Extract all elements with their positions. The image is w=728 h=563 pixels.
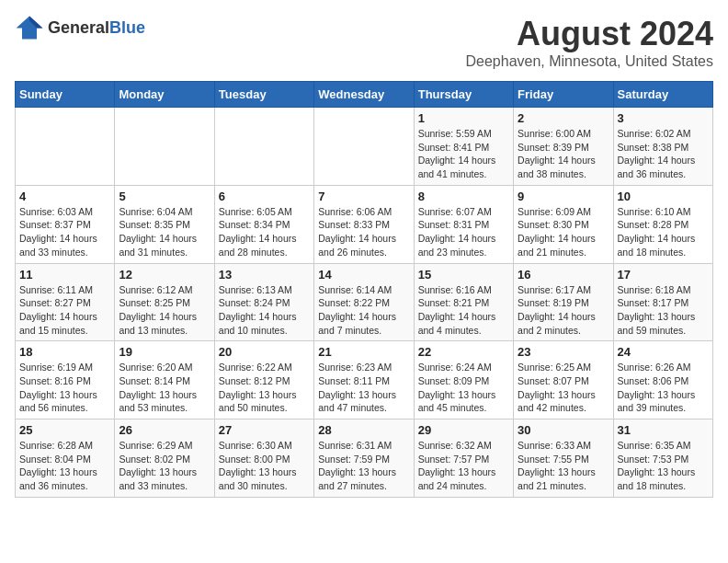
day-number: 16 <box>518 268 609 282</box>
col-monday: Monday <box>115 82 214 108</box>
day-info: Sunrise: 6:18 AM Sunset: 8:17 PM Dayligh… <box>618 283 709 338</box>
calendar-cell: 19Sunrise: 6:20 AM Sunset: 8:14 PM Dayli… <box>115 341 214 419</box>
day-info: Sunrise: 6:33 AM Sunset: 7:55 PM Dayligh… <box>518 439 609 493</box>
header-row: Sunday Monday Tuesday Wednesday Thursday… <box>16 82 713 108</box>
col-friday: Friday <box>514 82 613 108</box>
logo-general: General <box>48 18 109 37</box>
calendar-cell: 11Sunrise: 6:11 AM Sunset: 8:27 PM Dayli… <box>16 263 115 341</box>
calendar-cell: 15Sunrise: 6:16 AM Sunset: 8:21 PM Dayli… <box>414 263 513 341</box>
day-info: Sunrise: 6:05 AM Sunset: 8:34 PM Dayligh… <box>219 205 310 259</box>
logo-icon <box>15 15 44 40</box>
subtitle: Deephaven, Minnesota, United States <box>466 53 714 70</box>
logo: GeneralBlue <box>15 15 145 40</box>
day-number: 31 <box>618 423 709 437</box>
day-info: Sunrise: 6:32 AM Sunset: 7:57 PM Dayligh… <box>418 439 509 493</box>
calendar-cell: 2Sunrise: 6:00 AM Sunset: 8:39 PM Daylig… <box>514 108 613 186</box>
day-number: 1 <box>418 111 509 125</box>
day-info: Sunrise: 6:07 AM Sunset: 8:31 PM Dayligh… <box>418 205 509 259</box>
day-number: 19 <box>119 345 210 359</box>
col-thursday: Thursday <box>414 82 513 108</box>
calendar-cell: 29Sunrise: 6:32 AM Sunset: 7:57 PM Dayli… <box>414 419 513 498</box>
day-info: Sunrise: 6:35 AM Sunset: 7:53 PM Dayligh… <box>618 439 709 493</box>
day-info: Sunrise: 6:31 AM Sunset: 7:59 PM Dayligh… <box>318 439 409 493</box>
day-info: Sunrise: 6:19 AM Sunset: 8:16 PM Dayligh… <box>19 361 110 415</box>
day-number: 26 <box>119 423 210 437</box>
day-info: Sunrise: 6:12 AM Sunset: 8:25 PM Dayligh… <box>119 283 210 338</box>
day-info: Sunrise: 5:59 AM Sunset: 8:41 PM Dayligh… <box>418 127 509 181</box>
day-number: 22 <box>418 345 509 359</box>
day-number: 15 <box>418 268 509 282</box>
calendar-cell: 26Sunrise: 6:29 AM Sunset: 8:02 PM Dayli… <box>115 419 214 498</box>
day-info: Sunrise: 6:06 AM Sunset: 8:33 PM Dayligh… <box>318 205 409 259</box>
day-number: 24 <box>618 345 709 359</box>
calendar-cell: 12Sunrise: 6:12 AM Sunset: 8:25 PM Dayli… <box>115 263 214 341</box>
day-number: 30 <box>518 423 609 437</box>
day-number: 7 <box>318 190 409 203</box>
day-info: Sunrise: 6:04 AM Sunset: 8:35 PM Dayligh… <box>119 205 210 259</box>
calendar-cell: 18Sunrise: 6:19 AM Sunset: 8:16 PM Dayli… <box>16 341 115 419</box>
day-number: 21 <box>318 345 409 359</box>
day-info: Sunrise: 6:03 AM Sunset: 8:37 PM Dayligh… <box>19 205 110 259</box>
day-info: Sunrise: 6:13 AM Sunset: 8:24 PM Dayligh… <box>219 283 310 338</box>
calendar-cell: 7Sunrise: 6:06 AM Sunset: 8:33 PM Daylig… <box>314 185 414 263</box>
calendar-cell: 1Sunrise: 5:59 AM Sunset: 8:41 PM Daylig… <box>414 108 513 186</box>
day-number: 9 <box>518 190 609 203</box>
calendar-week-2: 4Sunrise: 6:03 AM Sunset: 8:37 PM Daylig… <box>16 185 713 263</box>
calendar-cell: 8Sunrise: 6:07 AM Sunset: 8:31 PM Daylig… <box>414 185 513 263</box>
calendar-cell: 23Sunrise: 6:25 AM Sunset: 8:07 PM Dayli… <box>514 341 613 419</box>
calendar-cell: 6Sunrise: 6:05 AM Sunset: 8:34 PM Daylig… <box>214 185 313 263</box>
calendar-cell <box>16 108 115 186</box>
calendar-cell: 10Sunrise: 6:10 AM Sunset: 8:28 PM Dayli… <box>613 185 712 263</box>
calendar-week-5: 25Sunrise: 6:28 AM Sunset: 8:04 PM Dayli… <box>16 419 713 498</box>
day-number: 3 <box>618 111 709 125</box>
day-info: Sunrise: 6:16 AM Sunset: 8:21 PM Dayligh… <box>418 283 509 338</box>
day-number: 29 <box>418 423 509 437</box>
calendar-cell: 14Sunrise: 6:14 AM Sunset: 8:22 PM Dayli… <box>314 263 414 341</box>
logo-blue: Blue <box>109 18 145 37</box>
calendar-week-1: 1Sunrise: 5:59 AM Sunset: 8:41 PM Daylig… <box>16 108 713 186</box>
calendar-cell: 24Sunrise: 6:26 AM Sunset: 8:06 PM Dayli… <box>613 341 712 419</box>
col-sunday: Sunday <box>16 82 115 108</box>
calendar-cell: 25Sunrise: 6:28 AM Sunset: 8:04 PM Dayli… <box>16 419 115 498</box>
day-number: 13 <box>219 268 310 282</box>
day-number: 23 <box>518 345 609 359</box>
day-number: 20 <box>219 345 310 359</box>
day-number: 27 <box>219 423 310 437</box>
day-info: Sunrise: 6:25 AM Sunset: 8:07 PM Dayligh… <box>518 361 609 415</box>
day-info: Sunrise: 6:24 AM Sunset: 8:09 PM Dayligh… <box>418 361 509 415</box>
calendar-week-3: 11Sunrise: 6:11 AM Sunset: 8:27 PM Dayli… <box>16 263 713 341</box>
calendar-cell: 13Sunrise: 6:13 AM Sunset: 8:24 PM Dayli… <box>214 263 313 341</box>
day-info: Sunrise: 6:17 AM Sunset: 8:19 PM Dayligh… <box>518 283 609 338</box>
calendar-cell: 21Sunrise: 6:23 AM Sunset: 8:11 PM Dayli… <box>314 341 414 419</box>
calendar-cell: 30Sunrise: 6:33 AM Sunset: 7:55 PM Dayli… <box>514 419 613 498</box>
calendar-cell: 20Sunrise: 6:22 AM Sunset: 8:12 PM Dayli… <box>214 341 313 419</box>
calendar-table: Sunday Monday Tuesday Wednesday Thursday… <box>15 81 713 498</box>
calendar-cell <box>314 108 414 186</box>
day-info: Sunrise: 6:28 AM Sunset: 8:04 PM Dayligh… <box>19 439 110 493</box>
calendar-week-4: 18Sunrise: 6:19 AM Sunset: 8:16 PM Dayli… <box>16 341 713 419</box>
day-number: 11 <box>19 268 110 282</box>
day-number: 25 <box>19 423 110 437</box>
day-info: Sunrise: 6:02 AM Sunset: 8:38 PM Dayligh… <box>618 127 709 181</box>
calendar-cell <box>115 108 214 186</box>
calendar-cell: 16Sunrise: 6:17 AM Sunset: 8:19 PM Dayli… <box>514 263 613 341</box>
day-info: Sunrise: 6:00 AM Sunset: 8:39 PM Dayligh… <box>518 127 609 181</box>
day-info: Sunrise: 6:26 AM Sunset: 8:06 PM Dayligh… <box>618 361 709 415</box>
day-info: Sunrise: 6:20 AM Sunset: 8:14 PM Dayligh… <box>119 361 210 415</box>
calendar-cell: 27Sunrise: 6:30 AM Sunset: 8:00 PM Dayli… <box>214 419 313 498</box>
calendar-cell: 17Sunrise: 6:18 AM Sunset: 8:17 PM Dayli… <box>613 263 712 341</box>
day-info: Sunrise: 6:09 AM Sunset: 8:30 PM Dayligh… <box>518 205 609 259</box>
day-number: 28 <box>318 423 409 437</box>
day-info: Sunrise: 6:11 AM Sunset: 8:27 PM Dayligh… <box>19 283 110 338</box>
day-number: 5 <box>119 190 210 203</box>
title-area: August 2024 Deephaven, Minnesota, United… <box>466 15 714 70</box>
calendar-cell: 3Sunrise: 6:02 AM Sunset: 8:38 PM Daylig… <box>613 108 712 186</box>
calendar-cell <box>214 108 313 186</box>
day-info: Sunrise: 6:14 AM Sunset: 8:22 PM Dayligh… <box>318 283 409 338</box>
day-number: 10 <box>618 190 709 203</box>
day-number: 8 <box>418 190 509 203</box>
day-info: Sunrise: 6:23 AM Sunset: 8:11 PM Dayligh… <box>318 361 409 415</box>
day-number: 6 <box>219 190 310 203</box>
calendar-cell: 5Sunrise: 6:04 AM Sunset: 8:35 PM Daylig… <box>115 185 214 263</box>
day-info: Sunrise: 6:22 AM Sunset: 8:12 PM Dayligh… <box>219 361 310 415</box>
